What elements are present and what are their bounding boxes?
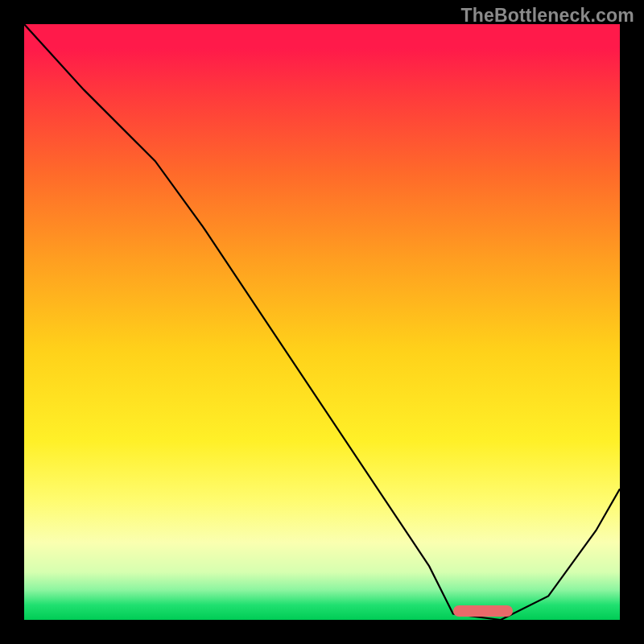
chart-frame: TheBottleneck.com	[0, 0, 644, 644]
plot-area	[24, 24, 620, 620]
curve-path	[24, 24, 620, 620]
watermark-text: TheBottleneck.com	[460, 5, 634, 27]
bottleneck-curve	[24, 24, 620, 620]
optimum-marker	[453, 605, 513, 617]
